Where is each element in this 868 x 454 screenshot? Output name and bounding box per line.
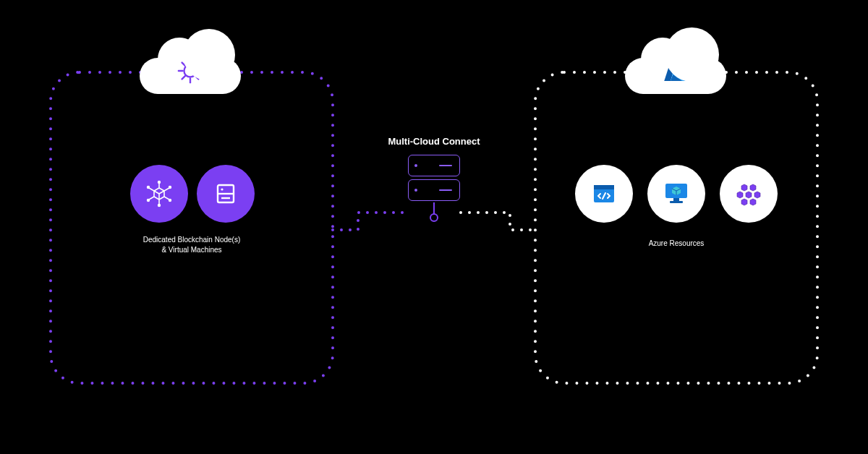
svg-line-15 xyxy=(149,197,154,200)
right-panel-border xyxy=(535,72,817,383)
svg-marker-37 xyxy=(737,192,743,198)
svg-marker-38 xyxy=(746,192,752,198)
hex-cluster-icon xyxy=(732,177,765,210)
left-panel-caption: Dedicated Blockchain Node(s) & Virtual M… xyxy=(109,235,275,254)
svg-rect-28 xyxy=(594,185,614,189)
server-bottom xyxy=(408,179,460,201)
svg-line-7 xyxy=(182,76,185,79)
multi-cloud-title: Multi-Cloud Connect xyxy=(362,136,506,147)
svg-line-8 xyxy=(195,62,198,65)
connector-left xyxy=(333,213,407,230)
azure-res-2 xyxy=(647,165,705,223)
svg-point-19 xyxy=(169,200,171,202)
blockchain-cube-icon xyxy=(145,179,174,208)
svg-rect-32 xyxy=(670,201,683,203)
svg-point-0 xyxy=(184,64,196,77)
svg-marker-40 xyxy=(741,199,747,205)
left-caption-line2: & Virtual Machines xyxy=(109,245,275,255)
svg-point-18 xyxy=(169,187,171,189)
left-panel-border xyxy=(51,72,333,383)
right-panel-caption: Azure Resources xyxy=(600,239,752,249)
code-browser-icon xyxy=(588,178,620,210)
left-caption-line1: Dedicated Blockchain Node(s) xyxy=(109,235,275,245)
kubernetes-cog-icon xyxy=(140,47,241,94)
svg-line-13 xyxy=(164,197,169,200)
svg-rect-31 xyxy=(673,198,679,201)
right-cloud xyxy=(625,58,726,94)
diagram-root: Dedicated Blockchain Node(s) & Virtual M… xyxy=(0,0,868,454)
svg-point-17 xyxy=(158,181,161,184)
svg-line-5 xyxy=(182,62,185,65)
server-top xyxy=(408,155,460,176)
svg-line-6 xyxy=(195,76,198,79)
monitor-cube-icon xyxy=(660,177,693,210)
azure-res-3 xyxy=(720,165,778,223)
svg-marker-36 xyxy=(750,184,756,191)
svg-point-21 xyxy=(148,200,150,202)
server-rack-icon xyxy=(213,181,238,206)
connector-right xyxy=(461,213,535,230)
diagram-svg xyxy=(0,0,868,454)
svg-point-25 xyxy=(221,188,223,190)
server-stub-dot xyxy=(430,214,438,221)
azure-res-1 xyxy=(575,165,633,223)
svg-marker-39 xyxy=(754,192,760,198)
left-cloud xyxy=(140,58,241,94)
blockchain-node-circle xyxy=(130,165,188,223)
azure-logo-icon xyxy=(625,47,726,94)
vm-circle xyxy=(197,165,255,223)
svg-point-20 xyxy=(158,205,161,207)
svg-point-22 xyxy=(148,187,150,189)
svg-marker-41 xyxy=(750,199,756,205)
svg-line-14 xyxy=(149,188,154,191)
svg-line-12 xyxy=(164,188,169,191)
svg-marker-35 xyxy=(741,184,747,191)
